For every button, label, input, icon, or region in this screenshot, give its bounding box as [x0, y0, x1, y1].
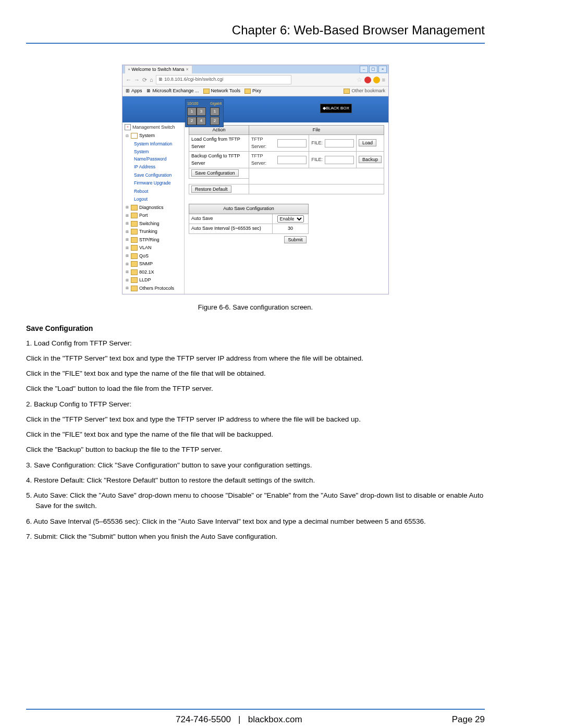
autosave-header: Auto Save Configuration [189, 204, 309, 214]
tree-port[interactable]: ⊞Port [125, 212, 182, 220]
port-1: 1 [187, 107, 197, 116]
para-11: 5. Auto Save: Click the "Auto Save" drop… [26, 490, 485, 512]
chapter-title: Chapter 6: Web-Based Browser Management [26, 21, 485, 44]
config-table: Action File Load Config from TFTP Server… [189, 125, 384, 195]
body-text: 1. Load Config from TFTP Server: Click i… [26, 338, 485, 542]
para-9: 3. Save Configuration: Click "Save Confi… [26, 460, 485, 471]
port-4: 4 [197, 117, 206, 125]
bookmark-1[interactable]: 🗎Microsoft Exchange ... [146, 88, 199, 95]
tree-others[interactable]: ⊞Others Protocols [125, 285, 182, 293]
tree-sysname[interactable]: System Name/Password [134, 148, 182, 163]
page-icon: 🗎 [158, 77, 165, 82]
window-controls: – ▢ × [360, 66, 387, 73]
port-panel: 10/100 1 3 2 4 Gigabit 1 2 [185, 99, 224, 128]
gport-1: 1 [210, 107, 219, 116]
tree-system[interactable]: ⊟System [125, 132, 182, 140]
para-8: Click the "Backup" button to backup the … [26, 445, 485, 455]
file-input-2[interactable] [325, 156, 354, 164]
url-text: 10.8.101.6/cgi-bin/switch.cgi [164, 77, 223, 82]
backup-button[interactable]: Backup [359, 156, 382, 163]
port-group-10-100: 10/100 1 3 2 4 [187, 101, 205, 126]
reload-icon[interactable]: ⟳ [142, 76, 147, 84]
para-5: 2. Backup Config to TFTP Server: [26, 399, 485, 410]
autosave-interval-value[interactable]: 30 [288, 226, 293, 231]
bookmark-3[interactable]: Pixy [244, 88, 261, 95]
tree-logout[interactable]: Logout [134, 195, 182, 204]
para-10: 4. Restore Default: Click "Restore Defau… [26, 475, 485, 486]
port-group-gigabit: Gigabit 1 2 [210, 101, 222, 126]
tree-8021x[interactable]: ⊞802.1X [125, 268, 182, 277]
back-icon[interactable]: ← [126, 76, 131, 84]
page-footer: 724-746-5500 | blackbox.com Page 29 [26, 709, 485, 726]
tab-favicon: ▫ [128, 66, 130, 73]
tree-root[interactable]: ✶Management Switch [125, 124, 182, 131]
load-button[interactable]: Load [359, 139, 376, 146]
tab-title: Welcome to Switch Mana [131, 66, 184, 73]
figure-caption: Figure 6-6. Save configuration screen. [26, 302, 485, 313]
tree-ip[interactable]: IP Address [134, 163, 182, 171]
bookmark-star-icon[interactable]: ☆ [357, 75, 362, 84]
para-7: Click in the "FILE" text box and type th… [26, 429, 485, 440]
tree-sysinfo[interactable]: System Information [134, 140, 182, 149]
para-1: 1. Load Config from TFTP Server: [26, 338, 485, 349]
bookmark-2[interactable]: Network Tools [203, 88, 240, 95]
tree-snmp[interactable]: ⊞SNMP [125, 260, 182, 268]
tree-trunking[interactable]: ⊞Trunking [125, 228, 182, 236]
minimize-icon[interactable]: – [360, 66, 368, 73]
tree-qos[interactable]: ⊞QoS [125, 252, 182, 261]
th-file: File [249, 125, 384, 135]
port-2: 2 [187, 117, 197, 125]
para-12: 6. Auto Save Interval (5–65536 sec): Cli… [26, 516, 485, 527]
autosave-select[interactable]: Enable [277, 215, 304, 223]
other-bookmarks[interactable]: Other bookmark [344, 88, 385, 95]
screenshot-container: ▫ Welcome to Switch Mana × – ▢ × ← → ⟳ ⌂… [26, 65, 485, 294]
row-load-label: Load Config from TFTP Server [189, 135, 249, 152]
restore-default-button[interactable]: Restore Default [191, 186, 231, 193]
browser-tab[interactable]: ▫ Welcome to Switch Mana × [125, 65, 192, 74]
ext-icon-2[interactable] [373, 77, 380, 83]
gport-2: 2 [210, 117, 219, 125]
submit-button[interactable]: Submit [284, 236, 306, 243]
tree-lldp[interactable]: ⊞LLDP [125, 276, 182, 285]
tree-stp[interactable]: ⊞STP/Ring [125, 236, 182, 244]
close-tab-icon[interactable]: × [186, 66, 189, 73]
tree-reboot[interactable]: Reboot [134, 188, 182, 196]
para-6: Click in the "TFTP Server" text box and … [26, 414, 485, 425]
file-input-1[interactable] [325, 139, 354, 147]
window-titlebar: ▫ Welcome to Switch Mana × – ▢ × [123, 65, 388, 73]
close-window-icon[interactable]: × [378, 66, 387, 73]
browser-window: ▫ Welcome to Switch Mana × – ▢ × ← → ⟳ ⌂… [122, 65, 389, 294]
para-13: 7. Submit: Click the "Submit" button whe… [26, 532, 485, 542]
autosave-label: Auto Save [189, 214, 273, 224]
page-number: Page 29 [452, 713, 485, 726]
tftp-label-2: TFTP Server: [251, 153, 275, 167]
maximize-icon[interactable]: ▢ [369, 66, 377, 73]
menu-icon[interactable]: ≡ [382, 76, 385, 84]
tree-diagnostics[interactable]: ⊞Diagnostics [125, 204, 182, 212]
url-input[interactable]: 🗎 10.8.101.6/cgi-bin/switch.cgi [156, 75, 291, 84]
section-heading: Save Configuration [26, 323, 485, 334]
ext-icon-1[interactable] [364, 77, 371, 83]
app-body: ✶Management Switch ⊟System System Inform… [123, 122, 388, 294]
nav-tree: ✶Management Switch ⊟System System Inform… [123, 122, 185, 294]
tree-vlan[interactable]: ⊞VLAN [125, 244, 182, 252]
apps-bookmark[interactable]: ⊞Apps [126, 88, 142, 95]
tftp-input-2[interactable] [277, 156, 307, 164]
tree-firmware[interactable]: Firmware Upgrade [134, 179, 182, 188]
file-label-2: FILE: [311, 156, 323, 164]
switch-banner: 10/100 1 3 2 4 Gigabit 1 2 ◆BLACK [123, 96, 388, 122]
address-bar: ← → ⟳ ⌂ 🗎 10.8.101.6/cgi-bin/switch.cgi … [123, 73, 388, 87]
tree-switching[interactable]: ⊞Switching [125, 220, 182, 228]
autosave-interval-label: Auto Save Interval (5~65535 sec) [189, 224, 273, 234]
forward-icon[interactable]: → [134, 76, 140, 84]
brand-logo: ◆BLACK BOX [320, 104, 352, 113]
tftp-input-1[interactable] [277, 139, 307, 147]
tree-saveconfig[interactable]: Save Configuration [134, 171, 182, 180]
tftp-label-1: TFTP Server: [251, 136, 275, 150]
content-pane: Action File Load Config from TFTP Server… [185, 122, 388, 294]
para-3: Click in the "FILE" text box and type th… [26, 368, 485, 379]
home-icon[interactable]: ⌂ [150, 76, 153, 84]
save-config-button[interactable]: Save Configuration [191, 169, 239, 177]
port-3: 3 [197, 107, 206, 116]
para-4: Click the "Load" button to load the file… [26, 384, 485, 394]
